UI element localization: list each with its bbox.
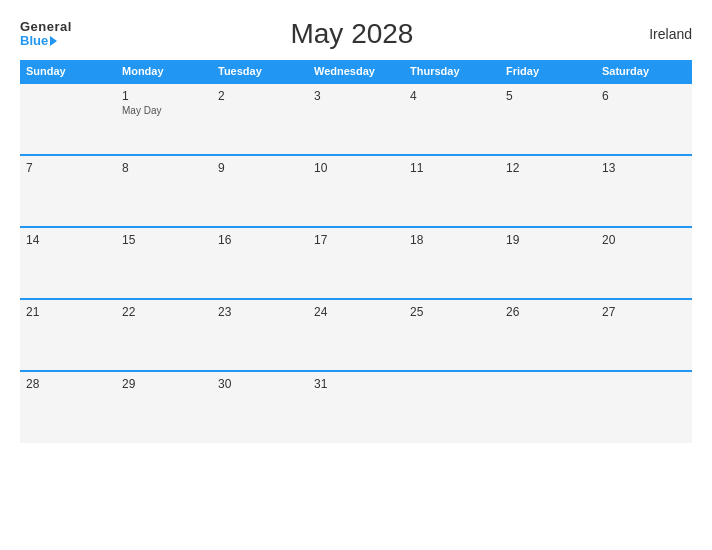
day-number: 18 xyxy=(410,233,494,247)
day-number: 31 xyxy=(314,377,398,391)
day-number: 23 xyxy=(218,305,302,319)
day-number: 28 xyxy=(26,377,110,391)
weekday-header-row: Sunday Monday Tuesday Wednesday Thursday… xyxy=(20,60,692,83)
header-sunday: Sunday xyxy=(20,60,116,83)
calendar-cell: 25 xyxy=(404,299,500,371)
day-number: 15 xyxy=(122,233,206,247)
day-number: 11 xyxy=(410,161,494,175)
header-tuesday: Tuesday xyxy=(212,60,308,83)
logo-general-text: General xyxy=(20,20,72,34)
calendar-cell: 7 xyxy=(20,155,116,227)
calendar-cell: 19 xyxy=(500,227,596,299)
day-number: 20 xyxy=(602,233,686,247)
calendar-cell: 22 xyxy=(116,299,212,371)
calendar-cell: 3 xyxy=(308,83,404,155)
header-wednesday: Wednesday xyxy=(308,60,404,83)
country-label: Ireland xyxy=(632,26,692,42)
header-saturday: Saturday xyxy=(596,60,692,83)
day-number: 24 xyxy=(314,305,398,319)
calendar-week-row: 14151617181920 xyxy=(20,227,692,299)
day-number: 9 xyxy=(218,161,302,175)
calendar-cell: 9 xyxy=(212,155,308,227)
day-number: 1 xyxy=(122,89,206,103)
calendar-cell xyxy=(596,371,692,443)
header: General Blue May 2028 Ireland xyxy=(20,18,692,50)
calendar-cell: 24 xyxy=(308,299,404,371)
calendar-cell: 6 xyxy=(596,83,692,155)
logo-triangle-icon xyxy=(50,36,57,46)
calendar-week-row: 21222324252627 xyxy=(20,299,692,371)
calendar-cell: 27 xyxy=(596,299,692,371)
month-title: May 2028 xyxy=(72,18,632,50)
holiday-name: May Day xyxy=(122,105,206,116)
header-monday: Monday xyxy=(116,60,212,83)
day-number: 5 xyxy=(506,89,590,103)
calendar-cell: 10 xyxy=(308,155,404,227)
day-number: 2 xyxy=(218,89,302,103)
logo-blue-text: Blue xyxy=(20,34,72,48)
day-number: 7 xyxy=(26,161,110,175)
calendar-page: General Blue May 2028 Ireland Sunday Mon… xyxy=(0,0,712,550)
day-number: 6 xyxy=(602,89,686,103)
calendar-cell: 21 xyxy=(20,299,116,371)
calendar-cell: 17 xyxy=(308,227,404,299)
calendar-cell: 20 xyxy=(596,227,692,299)
day-number: 25 xyxy=(410,305,494,319)
day-number: 17 xyxy=(314,233,398,247)
header-friday: Friday xyxy=(500,60,596,83)
calendar-cell: 18 xyxy=(404,227,500,299)
calendar-cell: 26 xyxy=(500,299,596,371)
calendar-table: Sunday Monday Tuesday Wednesday Thursday… xyxy=(20,60,692,443)
calendar-cell: 30 xyxy=(212,371,308,443)
day-number: 3 xyxy=(314,89,398,103)
day-number: 8 xyxy=(122,161,206,175)
day-number: 27 xyxy=(602,305,686,319)
calendar-cell: 28 xyxy=(20,371,116,443)
calendar-cell: 4 xyxy=(404,83,500,155)
day-number: 30 xyxy=(218,377,302,391)
day-number: 26 xyxy=(506,305,590,319)
day-number: 12 xyxy=(506,161,590,175)
day-number: 10 xyxy=(314,161,398,175)
calendar-cell: 5 xyxy=(500,83,596,155)
calendar-cell: 29 xyxy=(116,371,212,443)
calendar-week-row: 28293031 xyxy=(20,371,692,443)
day-number: 29 xyxy=(122,377,206,391)
calendar-cell: 1May Day xyxy=(116,83,212,155)
logo: General Blue xyxy=(20,20,72,49)
calendar-cell: 14 xyxy=(20,227,116,299)
calendar-cell: 13 xyxy=(596,155,692,227)
calendar-cell xyxy=(500,371,596,443)
day-number: 14 xyxy=(26,233,110,247)
calendar-cell: 11 xyxy=(404,155,500,227)
calendar-week-row: 1May Day23456 xyxy=(20,83,692,155)
day-number: 22 xyxy=(122,305,206,319)
calendar-cell: 8 xyxy=(116,155,212,227)
day-number: 4 xyxy=(410,89,494,103)
calendar-cell: 15 xyxy=(116,227,212,299)
calendar-cell: 2 xyxy=(212,83,308,155)
calendar-cell xyxy=(404,371,500,443)
calendar-cell: 23 xyxy=(212,299,308,371)
day-number: 13 xyxy=(602,161,686,175)
calendar-cell xyxy=(20,83,116,155)
calendar-cell: 31 xyxy=(308,371,404,443)
calendar-cell: 12 xyxy=(500,155,596,227)
day-number: 19 xyxy=(506,233,590,247)
day-number: 21 xyxy=(26,305,110,319)
calendar-cell: 16 xyxy=(212,227,308,299)
day-number: 16 xyxy=(218,233,302,247)
calendar-week-row: 78910111213 xyxy=(20,155,692,227)
header-thursday: Thursday xyxy=(404,60,500,83)
